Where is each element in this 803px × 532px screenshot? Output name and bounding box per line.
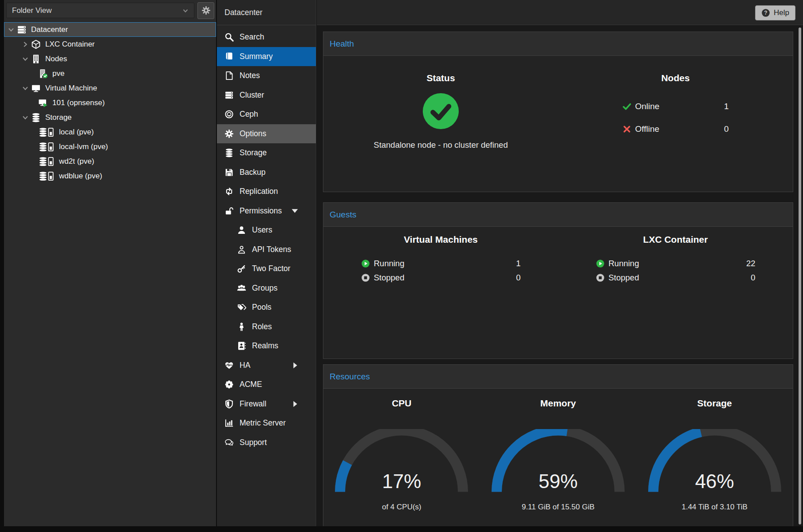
tree-item-label: Virtual Machine — [45, 84, 97, 93]
collapse-chevron-icon[interactable] — [6, 25, 16, 35]
vertical-scrollbar[interactable] — [799, 28, 801, 524]
nav-item-metric-server[interactable]: Metric Server — [217, 414, 316, 433]
memory-heading: Memory — [480, 398, 637, 409]
tree-item-label: wd2t (pve) — [59, 157, 94, 166]
datacenter-nav-panel: Datacenter Search Summary Notes Cluster … — [217, 0, 316, 526]
vm-stopped-row: Stopped 0 — [361, 271, 521, 285]
nav-item-groups[interactable]: Groups — [217, 279, 316, 298]
cpu-percent: 17% — [335, 470, 468, 493]
tree-item-label: Datacenter — [31, 25, 68, 34]
nav-item-summary[interactable]: Summary — [217, 47, 316, 67]
tree-item-storage-local[interactable]: local (pve) — [4, 125, 216, 139]
tree-settings-button[interactable] — [197, 2, 214, 19]
expand-chevron-icon[interactable] — [20, 39, 30, 49]
tree-item-lxc-container[interactable]: LXC Container — [4, 37, 216, 51]
tree-item-nodes[interactable]: Nodes — [4, 51, 216, 66]
nav-item-acme[interactable]: ACME — [217, 375, 316, 394]
help-button[interactable]: ? Help — [755, 5, 795, 20]
nav-item-realms[interactable]: Realms — [217, 336, 316, 356]
caret-right-icon[interactable] — [290, 361, 299, 370]
nav-item-permissions[interactable]: Permissions — [217, 201, 316, 221]
status-ok-icon — [422, 93, 459, 130]
lxc-column: LXC Container Running 22 Stopped 0 — [558, 227, 793, 285]
certificate-icon — [224, 380, 234, 389]
collapse-chevron-icon[interactable] — [20, 113, 30, 122]
nav-item-search[interactable]: Search — [217, 28, 316, 47]
vm-running-row: Running 1 — [361, 256, 521, 271]
memory-detail: 9.11 GiB of 15.50 GiB — [480, 503, 637, 512]
tree-item-vm-101[interactable]: 101 (opnsense) — [4, 95, 216, 110]
tree-item-label: pve — [52, 69, 64, 78]
nav-item-cluster[interactable]: Cluster — [217, 86, 316, 105]
address-book-icon — [237, 341, 246, 351]
search-icon — [224, 32, 234, 42]
nav-panel-title: Datacenter — [217, 0, 316, 25]
tree-item-label: Storage — [45, 113, 72, 122]
server-icon — [17, 25, 27, 35]
tree-item-datacenter[interactable]: Datacenter — [4, 22, 216, 37]
nav-item-notes[interactable]: Notes — [217, 66, 316, 86]
cluster-icon — [224, 91, 234, 100]
collapse-chevron-icon[interactable] — [20, 83, 30, 93]
nav-item-replication[interactable]: Replication — [217, 182, 316, 201]
gear-icon — [201, 6, 211, 15]
nodes-heading: Nodes — [558, 73, 793, 83]
tree-item-storage-wdblue[interactable]: wdblue (pve) — [4, 169, 216, 183]
tree-item-storage[interactable]: Storage — [4, 110, 216, 125]
guests-panel-title: Guests — [330, 210, 356, 220]
nav-item-storage[interactable]: Storage — [217, 143, 316, 163]
heartbeat-icon — [224, 361, 234, 370]
caret-down-icon[interactable] — [290, 206, 299, 216]
summary-content: Health Status Standalone node - no clust… — [317, 26, 803, 526]
nav-item-users[interactable]: Users — [217, 221, 316, 240]
vm-stopped-count: 0 — [516, 273, 520, 283]
nodes-offline-row: Offline 0 — [622, 118, 729, 140]
resources-panel-title: Resources — [330, 372, 370, 382]
person-icon — [237, 322, 246, 331]
user-icon — [237, 225, 246, 235]
check-icon — [622, 102, 631, 111]
tree-item-pve[interactable]: pve — [4, 66, 216, 81]
content-topbar: ? Help — [317, 0, 803, 25]
lxc-running-row: Running 22 — [596, 256, 756, 271]
tree-item-virtual-machine[interactable]: Virtual Machine — [4, 81, 216, 95]
note-icon — [224, 71, 234, 80]
unlock-icon — [224, 206, 234, 216]
storage-gauge: 46% — [648, 429, 781, 497]
nav-item-pools[interactable]: Pools — [217, 298, 316, 317]
guests-panel-header: Guests — [323, 203, 793, 227]
bar-chart-icon — [224, 418, 234, 428]
nav-item-ha[interactable]: HA — [217, 356, 316, 375]
storage-usage-icon — [38, 142, 55, 152]
storage-heading: Storage — [636, 398, 793, 409]
vm-heading: Virtual Machines — [323, 234, 558, 245]
tree-item-storage-wd2t[interactable]: wd2t (pve) — [4, 154, 216, 169]
monitor-icon — [31, 83, 41, 93]
stopped-icon — [361, 273, 370, 282]
nav-item-api-tokens[interactable]: API Tokens — [217, 240, 316, 260]
tree-item-label: 101 (opnsense) — [52, 99, 105, 107]
collapse-chevron-icon[interactable] — [20, 54, 30, 64]
tree-item-storage-local-lvm[interactable]: local-lvm (pve) — [4, 139, 216, 154]
help-icon: ? — [761, 8, 770, 17]
nav-item-roles[interactable]: Roles — [217, 317, 316, 337]
nav-item-two-factor[interactable]: Two Factor — [217, 259, 316, 279]
cube-icon — [31, 39, 41, 49]
cluster-status-column: Status Standalone node - no cluster defi… — [323, 56, 558, 150]
running-icon — [361, 259, 370, 268]
nav-item-firewall[interactable]: Firewall — [217, 394, 316, 414]
nav-item-ceph[interactable]: Ceph — [217, 105, 316, 124]
resource-tree: Datacenter LXC Container Nodes pve Virtu… — [4, 21, 216, 183]
storage-usage-icon — [38, 171, 55, 181]
users-icon — [237, 284, 246, 293]
caret-right-icon[interactable] — [290, 399, 299, 409]
replication-icon — [224, 187, 234, 196]
virtual-machines-column: Virtual Machines Running 1 Stopped 0 — [323, 227, 558, 285]
view-mode-select[interactable]: Folder View — [6, 3, 194, 18]
user-outline-icon — [237, 245, 246, 254]
nav-item-support[interactable]: Support — [217, 433, 316, 453]
nav-item-options[interactable]: Options — [217, 124, 316, 144]
resource-tree-sidebar: Folder View Datacenter LXC Container — [4, 0, 216, 526]
guests-panel: Guests Virtual Machines Running 1 Stoppe… — [323, 202, 793, 359]
nav-item-backup[interactable]: Backup — [217, 163, 316, 182]
